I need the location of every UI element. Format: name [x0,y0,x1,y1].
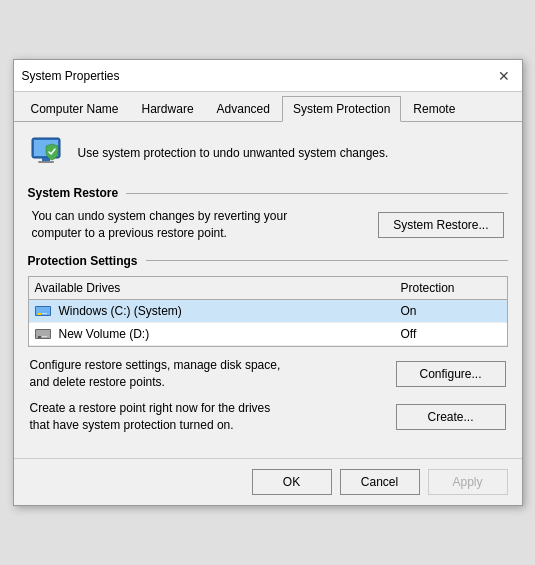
table-row[interactable]: New Volume (D:) Off [29,323,507,346]
system-restore-title: System Restore [28,186,119,200]
svg-rect-10 [38,336,41,338]
banner-text: Use system protection to undo unwanted s… [78,146,389,160]
ok-button[interactable]: OK [252,469,332,495]
restore-description: You can undo system changes by reverting… [32,208,292,242]
table-row[interactable]: Windows (C:) (System) On [29,300,507,323]
system-properties-window: System Properties ✕ Computer Name Hardwa… [13,59,523,506]
tab-hardware[interactable]: Hardware [131,96,205,121]
tab-advanced[interactable]: Advanced [206,96,281,121]
col-drive-header: Available Drives [35,281,401,295]
tab-content: Use system protection to undo unwanted s… [14,122,522,458]
create-row: Create a restore point right now for the… [28,400,508,434]
c-drive-icon [35,304,53,318]
configure-button[interactable]: Configure... [396,361,506,387]
section-divider-2 [146,260,508,261]
configure-text: Configure restore settings, manage disk … [30,357,290,391]
svg-rect-11 [42,336,47,337]
protection-settings-header: Protection Settings [28,254,508,268]
tab-remote[interactable]: Remote [402,96,466,121]
restore-box: You can undo system changes by reverting… [28,208,508,242]
system-restore-button[interactable]: System Restore... [378,212,503,238]
svg-rect-3 [38,161,54,163]
c-drive-label: Windows (C:) (System) [59,304,401,318]
col-protection-header: Protection [401,281,501,295]
svg-rect-7 [42,313,47,314]
protection-settings-title: Protection Settings [28,254,138,268]
cancel-button[interactable]: Cancel [340,469,420,495]
configure-row: Configure restore settings, manage disk … [28,357,508,391]
section-divider [126,193,507,194]
create-button[interactable]: Create... [396,404,506,430]
c-drive-protection: On [401,304,501,318]
tab-system-protection[interactable]: System Protection [282,96,401,122]
system-restore-section: System Restore You can undo system chang… [28,186,508,242]
d-drive-protection: Off [401,327,501,341]
d-drive-icon [35,327,53,341]
d-drive-label: New Volume (D:) [59,327,401,341]
protection-settings-section: Protection Settings Available Drives Pro… [28,254,508,434]
footer: OK Cancel Apply [14,458,522,505]
shield-protection-icon [28,134,66,172]
window-title: System Properties [22,69,120,83]
tab-bar: Computer Name Hardware Advanced System P… [14,92,522,122]
svg-rect-6 [38,313,41,315]
system-restore-header: System Restore [28,186,508,200]
apply-button[interactable]: Apply [428,469,508,495]
close-button[interactable]: ✕ [494,66,514,86]
banner: Use system protection to undo unwanted s… [28,134,508,172]
title-bar: System Properties ✕ [14,60,522,92]
create-text: Create a restore point right now for the… [30,400,290,434]
table-header: Available Drives Protection [29,277,507,300]
drives-table: Available Drives Protection Windows (C:)… [28,276,508,347]
tab-computer-name[interactable]: Computer Name [20,96,130,121]
